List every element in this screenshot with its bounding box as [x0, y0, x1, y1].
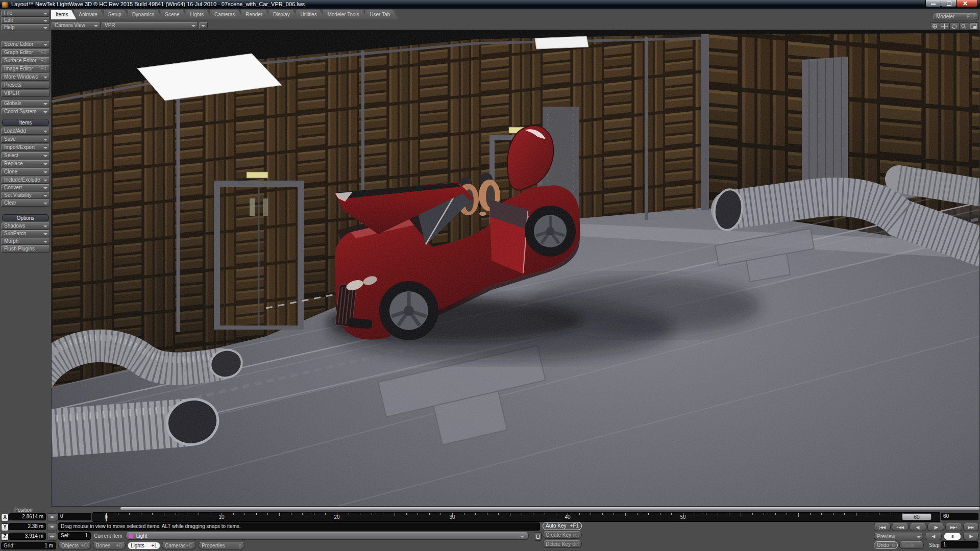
tab-utilities[interactable]: Utilities	[296, 10, 325, 19]
timeline-tick	[821, 513, 822, 515]
surface-editor-button[interactable]: Surface Editor^F3	[1, 57, 50, 64]
flush-plugins-button[interactable]: Flush Plugins	[1, 245, 50, 253]
timeline-tick	[141, 513, 141, 515]
chevron-down-icon	[43, 147, 47, 149]
viewport-options-button[interactable]	[199, 22, 208, 29]
clone-button[interactable]: Clone	[1, 168, 50, 176]
next-frame-button[interactable]: ||▶	[927, 523, 944, 531]
tab-display[interactable]: Display	[268, 10, 298, 19]
create-key-button[interactable]: Create Key ret	[543, 531, 582, 539]
set-visibility-button[interactable]: Set Visibility	[1, 192, 50, 199]
tab-scene[interactable]: Scene	[160, 10, 187, 19]
delete-key-button[interactable]: Delete Key del	[543, 540, 582, 548]
include-exclude-button[interactable]: Include/Exclude	[1, 177, 50, 184]
prev-keyframe-button[interactable]: +◀◀	[892, 523, 909, 531]
redo-button[interactable]: Redo	[899, 541, 924, 549]
tab-animate[interactable]: Animate	[74, 10, 106, 19]
viper-button[interactable]: VIPER	[1, 90, 50, 97]
chevron-down-icon	[43, 180, 47, 182]
restore-button[interactable]	[941, 0, 957, 7]
objects-mode-button[interactable]: Objects+O	[58, 542, 91, 549]
current-frame-field[interactable]: 0	[58, 513, 91, 520]
image-editor-button[interactable]: Image Editor^F4	[1, 65, 50, 72]
modeler-button[interactable]: Modeler F12	[933, 13, 979, 20]
edit-menu-button[interactable]: Edit	[1, 17, 50, 24]
z-axis-button[interactable]: Z	[1, 533, 9, 541]
z-position-field[interactable]: 3.914 m	[9, 533, 46, 540]
viewport-horizontal-scrollbar[interactable]	[120, 507, 980, 510]
save-button[interactable]: Save	[1, 136, 50, 143]
shadows-button[interactable]: Shadows	[1, 222, 50, 230]
bones-mode-button[interactable]: Bones+B	[93, 542, 126, 549]
viewport-render-mode-select[interactable]: VPR	[102, 22, 198, 29]
lock-icon	[536, 535, 540, 539]
y-axis-button[interactable]: Y	[1, 523, 9, 531]
z-spinner[interactable]: ◀▶	[47, 533, 57, 541]
undo-button[interactable]: Undou	[874, 541, 898, 549]
timeline-tick	[291, 513, 291, 515]
play-reverse-button[interactable]: ◀	[925, 533, 942, 540]
chevron-down-icon	[43, 171, 47, 173]
chevron-down-icon	[43, 241, 47, 243]
main-tab-bar: Items Animate Setup Dynamics Scene Light…	[51, 10, 980, 20]
viewport-view-select[interactable]: Camera View	[52, 22, 101, 29]
minimize-button[interactable]	[925, 0, 941, 7]
lights-mode-button[interactable]: Lights+L	[128, 542, 160, 549]
auto-key-button[interactable]: Auto Key +F1	[543, 522, 582, 530]
timeline-tick	[176, 513, 176, 515]
go-first-frame-button[interactable]: |◀◀	[874, 523, 891, 531]
morph-button[interactable]: Morph	[1, 238, 50, 245]
preview-dropdown[interactable]: Preview	[874, 533, 923, 540]
tab-user-tab[interactable]: User Tab	[365, 10, 398, 19]
next-keyframe-button[interactable]: ▶▶+	[945, 523, 962, 531]
x-position-field[interactable]: 2.8614 m	[9, 513, 46, 520]
status-message: Drag mouse in view to move selected item…	[58, 522, 540, 531]
subpatch-button[interactable]: SubPatch	[1, 230, 50, 237]
tab-cameras[interactable]: Cameras	[210, 10, 243, 19]
current-item-dropdown[interactable]: Light	[126, 532, 529, 540]
scene-render-grain	[52, 30, 979, 506]
import-export-button[interactable]: Import/Export	[1, 144, 50, 151]
step-field[interactable]: 1	[941, 541, 978, 548]
presets-button[interactable]: Presets	[1, 82, 50, 89]
viewport-3d[interactable]	[51, 30, 980, 507]
convert-button[interactable]: Convert	[1, 184, 50, 191]
load-add-button[interactable]: Load/Add	[1, 128, 50, 135]
more-windows-button[interactable]: More Windows	[1, 73, 50, 81]
file-menu-button[interactable]: File	[1, 10, 50, 17]
scene-editor-button[interactable]: Scene Editor	[1, 41, 50, 48]
timeline-range-handle[interactable]: 60	[902, 513, 932, 520]
y-position-field[interactable]: 2.38 m	[9, 523, 46, 530]
graph-editor-button[interactable]: Graph Editor^F2	[1, 49, 50, 56]
help-menu-button[interactable]: Help	[1, 24, 50, 31]
pause-button[interactable]: II	[944, 533, 961, 540]
go-last-frame-button[interactable]: ▶▶|	[963, 523, 979, 531]
select-button[interactable]: Select	[1, 152, 50, 159]
tab-dynamics[interactable]: Dynamics	[128, 10, 163, 19]
close-button[interactable]	[956, 0, 978, 7]
coord-system-button[interactable]: Coord System	[1, 108, 50, 115]
tab-modeler-tools[interactable]: Modeler Tools	[323, 10, 367, 19]
x-spinner[interactable]: ◀▶	[47, 513, 57, 521]
tick-label: 10	[218, 514, 224, 520]
tab-setup[interactable]: Setup	[104, 10, 130, 19]
tab-render[interactable]: Render	[241, 10, 271, 19]
item-lock-button[interactable]	[534, 532, 542, 541]
x-axis-button[interactable]: X	[1, 514, 9, 521]
last-frame-field[interactable]: 60	[941, 513, 978, 520]
y-spinner[interactable]: ◀▶	[47, 523, 57, 531]
play-forward-button[interactable]: ▶	[963, 533, 979, 540]
grid-size-field[interactable]: Grid: 1 m	[1, 542, 56, 549]
properties-button[interactable]: Propertiesp	[199, 542, 244, 549]
timeline-tick	[614, 513, 614, 515]
replace-button[interactable]: Replace	[1, 160, 50, 167]
tab-items[interactable]: Items	[51, 10, 76, 19]
timeline-tick	[383, 513, 383, 515]
clear-button[interactable]: Clear	[1, 199, 50, 207]
cameras-mode-button[interactable]: Cameras+C	[162, 542, 195, 549]
timeline-ruler[interactable]: 0 10 20 30 40 50 60	[92, 512, 940, 522]
globals-button[interactable]: Globals	[1, 100, 50, 107]
viewport-3d-scene	[52, 30, 979, 506]
prev-frame-button[interactable]: ◀||	[910, 523, 926, 531]
tab-lights[interactable]: Lights	[185, 10, 212, 19]
